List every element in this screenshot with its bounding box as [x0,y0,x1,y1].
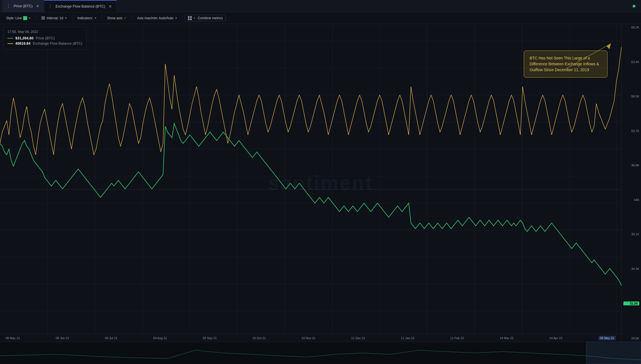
legend-color-yellow [8,43,13,44]
legend-box: 17:00, May 08, 2022 $31,264.60 Price (BT… [3,27,87,50]
style-selector[interactable]: Style: Line ▼ [3,15,34,21]
svg-marker-35 [607,44,611,49]
y-label-2: 63.4K [623,60,639,64]
y-label-7: 39.1K [623,233,639,236]
y-label-1: 68.2K [623,26,639,29]
combine-metrics-button[interactable]: + Combine metrics [185,15,226,21]
svg-rect-4 [43,18,44,18]
legend-item-exchange: 40619.84 Exchange Flow Balance (BTC) [8,41,82,46]
axis-maxmin-selector[interactable]: Axis max/min: Auto/Auto ▼ [134,15,180,21]
tab-menu-dots-2[interactable]: ⋮ [48,4,53,9]
legend-value-exchange: 40619.84 [15,41,30,46]
sep-5 [182,15,183,21]
style-label: Style: Line [6,16,22,20]
x-label-7: 10 Nov 21 [302,336,315,340]
legend-metric-exchange: Exchange Flow Balance (BTC) [33,41,82,46]
x-label-4: 09 Aug 21 [153,336,167,340]
tab-exchange-flow[interactable]: ⋮ Exchange Flow Balance (BTC) ✕ [44,0,117,12]
interval-selector[interactable]: Interval: 1d ▼ [39,15,70,21]
axis-chevron: ▼ [175,17,177,20]
mini-chart [0,342,641,364]
tab-menu-dots-1[interactable]: ⋮ [6,3,11,9]
indicators-selector[interactable]: Indicators: ▼ [75,15,99,21]
svg-rect-8 [44,19,45,20]
y-label-9: 29.6K [623,337,639,340]
style-color-indicator [23,16,27,20]
interval-chevron: ▼ [64,17,67,20]
legend-color-green [8,38,13,39]
svg-rect-6 [42,19,42,20]
tab-close-2[interactable]: ✕ [108,4,113,9]
mini-chart-svg [0,342,641,364]
y-label-highlight: 31.2K [623,301,639,305]
x-label-11: 14 Mar 22 [500,336,514,340]
combine-metrics-label: Combine metrics [198,16,223,20]
svg-rect-5 [44,18,45,18]
legend-value-price: $31,264.60 [15,36,34,40]
sep-1 [36,15,36,21]
indicators-chevron: ▼ [94,17,97,20]
sep-4 [132,15,132,21]
x-label-9: 11 Jan 22 [401,336,414,340]
x-label-2: 08 Jun 21 [56,336,69,340]
style-chevron: ▼ [28,17,31,20]
svg-rect-3 [42,18,42,18]
legend-item-price: $31,264.60 Price (BTC) [8,36,82,40]
y-label-6: 44K [623,198,639,202]
x-label-10: 11 Feb 22 [450,336,464,340]
show-axis-label: Show axis [107,16,123,20]
tab-bar: ⋮ Price (BTC) ✕ ⋮ Exchange Flow Balance … [0,0,641,12]
sep-3 [102,15,102,21]
svg-rect-0 [42,16,42,17]
y-label-8: 34.3K [623,267,639,270]
axis-maxmin-label: Axis max/min: Auto/Auto [137,16,173,20]
y-label-4: 53.7K [623,129,639,133]
x-label-3: 09 Jul 21 [105,336,118,340]
combine-icon [188,16,192,20]
indicators-label: Indicators: [77,16,93,20]
combine-plus: + [193,16,195,20]
legend-timestamp: 17:00, May 08, 2022 [8,30,82,34]
legend-metric-price: Price (BTC) [36,36,55,40]
x-label-1: 08 May 21 [6,336,20,340]
chart-area: santiment [0,24,641,342]
status-indicator [633,5,635,8]
interval-icon [41,16,45,20]
tab-label-price: Price (BTC) [14,4,33,8]
x-axis: 08 May 21 08 Jun 21 09 Jul 21 09 Aug 21 … [0,334,621,342]
x-label-5: 09 Sep 21 [203,336,217,340]
show-axis-toggle[interactable]: Show axis ✓ [104,15,130,21]
toolbar: Style: Line ▼ Interval: 1d ▼ Indicators:… [0,12,641,24]
annotation-arrow-svg [563,41,619,74]
green-line [0,123,621,285]
svg-rect-7 [43,19,44,20]
svg-line-34 [566,44,611,69]
interval-label: Interval: 1d [47,16,63,20]
svg-rect-36 [586,342,641,364]
tab-close-1[interactable]: ✕ [35,4,40,8]
x-label-8: 11 Dec 21 [351,336,365,340]
x-label-6: 10 Oct 21 [252,336,266,340]
show-axis-check: ✓ [124,16,127,20]
svg-rect-2 [44,16,45,17]
tab-label-exchange: Exchange Flow Balance (BTC) [56,4,105,8]
tab-bar-right [633,5,639,8]
x-label-13: 08 May 22 [598,336,616,340]
y-label-3: 58.5K [623,95,639,98]
sep-2 [72,15,72,21]
y-label-5: 48.8K [623,164,639,167]
tab-price-btc[interactable]: ⋮ Price (BTC) ✕ [2,0,44,12]
x-label-12: 14 Apr 22 [549,336,563,340]
y-axis: 68.2K 63.4K 58.5K 53.7K 48.8K 44K 39.1K … [621,24,641,342]
svg-rect-1 [43,16,44,17]
